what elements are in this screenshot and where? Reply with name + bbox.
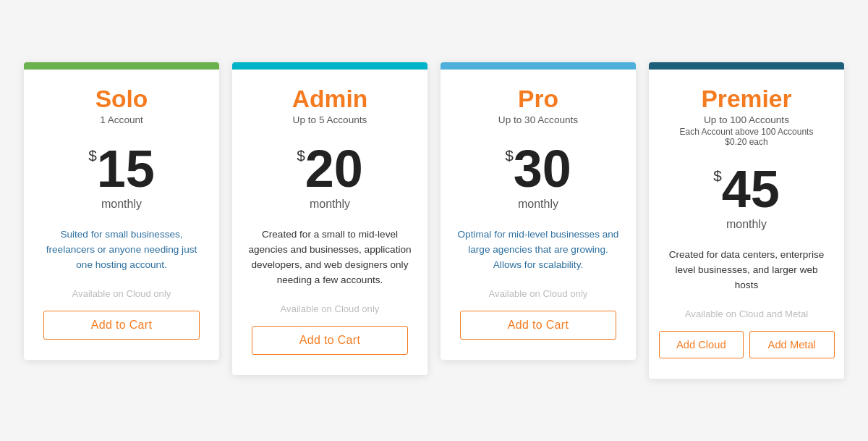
plan-amount-premier: 45 (722, 163, 780, 215)
plan-price-block-premier: $45monthly (713, 163, 780, 231)
plan-price-row-solo: $15 (88, 143, 155, 195)
plan-availability-admin: Available on Cloud only (273, 303, 387, 314)
plan-name-premier: Premier (701, 85, 791, 113)
plan-price-row-admin: $20 (297, 143, 363, 195)
plan-card-pro: ProUp to 30 Accounts$30monthlyOptimal fo… (441, 62, 636, 360)
plan-card-solo: Solo1 Account$15monthlySuited for small … (24, 62, 219, 360)
plan-accounts-premier: Up to 100 Accounts (704, 114, 789, 125)
plan-name-solo: Solo (95, 85, 148, 113)
add-cloud-button-premier[interactable]: Add Cloud (659, 331, 744, 358)
plan-dollar-pro: $ (505, 148, 514, 164)
plan-availability-pro: Available on Cloud only (482, 288, 595, 299)
add-to-cart-button-solo[interactable]: Add to Cart (43, 311, 200, 340)
plan-price-block-pro: $30monthly (505, 143, 571, 211)
plan-period-premier: monthly (726, 218, 767, 231)
plan-name-pro: Pro (518, 85, 558, 113)
plan-dollar-premier: $ (713, 169, 722, 184)
plan-accounts-extra2-premier: $0.20 each (725, 137, 767, 147)
plan-desc-admin: Created for a small to mid-level agencie… (232, 217, 427, 293)
add-to-cart-button-admin[interactable]: Add to Cart (252, 326, 408, 355)
plan-availability-premier: Available on Cloud and Metal (678, 308, 815, 319)
plan-accounts-extra-premier: Each Account above 100 Accounts (680, 127, 814, 137)
plan-price-row-premier: $45 (713, 163, 780, 215)
plan-top-bar-solo (24, 62, 219, 70)
plan-price-block-admin: $20monthly (297, 143, 363, 211)
plan-card-premier: PremierUp to 100 AccountsEach Account ab… (649, 62, 844, 379)
plan-buttons-row-premier: Add CloudAdd Metal (659, 331, 835, 358)
plan-top-bar-admin (232, 62, 427, 70)
plan-dollar-admin: $ (297, 148, 305, 164)
plan-accounts-solo: 1 Account (100, 114, 143, 125)
plan-desc-pro: Optimal for mid-level businesses and lar… (441, 217, 636, 278)
plan-accounts-admin: Up to 5 Accounts (293, 114, 367, 125)
plan-name-admin: Admin (292, 85, 367, 113)
plan-desc-solo: Suited for small businesses, freelancers… (24, 217, 219, 278)
plan-accounts-pro: Up to 30 Accounts (498, 114, 578, 125)
plan-period-solo: monthly (101, 198, 142, 211)
plan-period-admin: monthly (310, 198, 350, 211)
plan-price-block-solo: $15monthly (88, 143, 155, 211)
plans-container: Solo1 Account$15monthlySuited for small … (14, 62, 854, 379)
plan-amount-solo: 15 (97, 143, 155, 195)
plan-card-admin: AdminUp to 5 Accounts$20monthlyCreated f… (232, 62, 427, 375)
plan-price-row-pro: $30 (505, 143, 571, 195)
plan-desc-premier: Created for data centers, enterprise lev… (649, 237, 844, 298)
plan-period-pro: monthly (518, 198, 558, 211)
add-metal-button-premier[interactable]: Add Metal (749, 331, 835, 358)
add-to-cart-button-pro[interactable]: Add to Cart (460, 311, 616, 340)
plan-amount-pro: 30 (514, 143, 571, 195)
plan-availability-solo: Available on Cloud only (65, 288, 179, 299)
plan-top-bar-pro (441, 62, 636, 70)
plan-amount-admin: 20 (305, 143, 363, 195)
plan-top-bar-premier (649, 62, 844, 70)
plan-dollar-solo: $ (88, 148, 97, 164)
